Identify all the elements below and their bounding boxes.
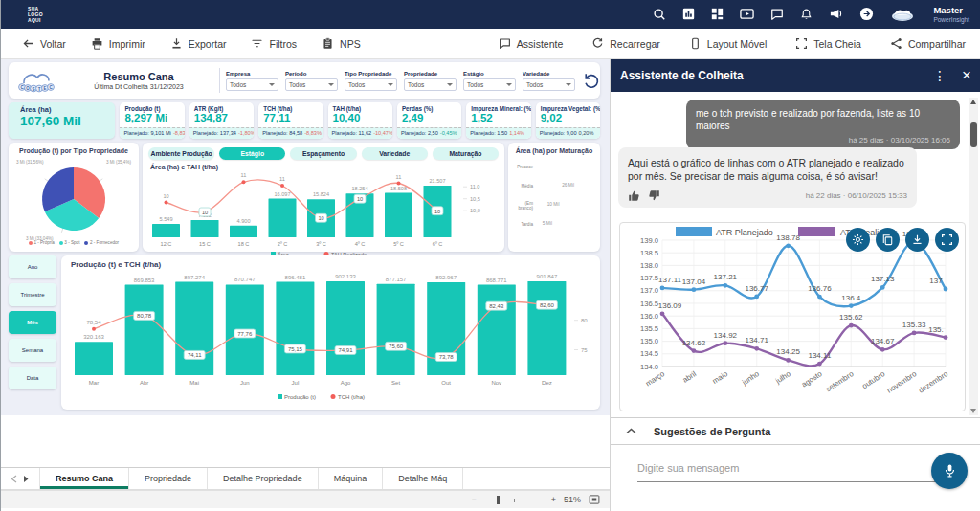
svg-text:138.5: 138.5 — [640, 249, 658, 257]
close-icon[interactable]: × — [962, 66, 971, 85]
zoom-slider-thumb[interactable] — [497, 496, 500, 504]
svg-text:Mai: Mai — [189, 380, 199, 386]
reload-button[interactable]: Recarregar — [591, 37, 660, 50]
svg-text:Jun: Jun — [240, 380, 250, 386]
tab-maturacao[interactable]: Maturação — [433, 147, 499, 160]
tab-maquina[interactable]: Máquina — [319, 468, 384, 489]
filter-propriedade[interactable]: Todos — [404, 78, 457, 91]
filter-empresa[interactable]: Todos — [226, 78, 278, 91]
chevron-up-icon — [626, 428, 636, 434]
svg-text:3º C: 3º C — [316, 241, 326, 247]
expand-icon[interactable] — [935, 228, 959, 252]
maturacao-hbar-chart: Precoce 66 Mil Média 26 Mil (Em branco) … — [508, 154, 600, 232]
message-input[interactable] — [637, 458, 953, 482]
chat-scrollbar[interactable] — [969, 98, 978, 415]
scroll-up-icon[interactable] — [970, 100, 976, 104]
kpi-impureza-vegetal: Impureza Vegetal: (%) 9,02 Planejado: 9,… — [536, 102, 600, 139]
svg-text:134.0: 134.0 — [640, 363, 658, 371]
producao-card: Produção (t) e TCH (t/ha) 8075320.163Mar… — [61, 256, 600, 410]
filter-variedade[interactable]: Todos — [523, 78, 575, 91]
filter-periodo[interactable]: Todos — [285, 78, 338, 91]
tab-estagio[interactable]: Estágio — [219, 147, 285, 160]
tab-variedade[interactable]: Variedade — [362, 147, 428, 160]
tabs-next-icon[interactable] — [23, 475, 30, 483]
period-ano[interactable]: Ano — [9, 256, 56, 278]
user-account[interactable]: Master PowerInsight — [933, 6, 969, 23]
video-icon[interactable] — [740, 7, 754, 21]
svg-text:11: 11 — [279, 176, 285, 182]
svg-text:dezembro: dezembro — [917, 369, 950, 395]
assistant-title: Assistente de Colheita — [620, 69, 744, 82]
mobile-layout-button[interactable]: Layout Móvel — [689, 37, 767, 50]
back-button[interactable]: Voltar — [22, 37, 66, 50]
svg-text:18 C: 18 C — [238, 241, 250, 247]
tab-propriedade[interactable]: Propriedade — [129, 468, 208, 489]
bottom-combo-chart: 8075320.163Mar869.853Abr897.274Mai870.74… — [61, 269, 600, 405]
zoom-in-button[interactable]: + — [551, 495, 556, 504]
svg-text:137.13: 137.13 — [871, 275, 895, 283]
export-button[interactable]: Exportar — [170, 37, 227, 50]
chart-icon[interactable] — [682, 8, 695, 20]
svg-text:135.: 135. — [928, 325, 944, 334]
top-navbar: SUA LOGO AQUI Master PowerInsight — [1, 0, 980, 29]
fullscreen-button[interactable]: Tela Cheia — [795, 37, 861, 50]
megaphone-icon[interactable] — [829, 7, 843, 21]
share-button[interactable]: Compartilhar — [890, 37, 966, 50]
assistant-header: Assistente de Colheita ⋮ × — [611, 59, 980, 92]
company-logo-placeholder: SUA LOGO AQUI — [28, 6, 43, 24]
settings-icon[interactable] — [846, 228, 870, 252]
assistant-button[interactable]: Assistente — [499, 37, 563, 50]
print-button[interactable]: Imprimir — [91, 37, 145, 50]
scrollbar-thumb[interactable] — [970, 122, 977, 147]
svg-text:10,0: 10,0 — [470, 208, 480, 213]
svg-text:320.163: 320.163 — [83, 334, 104, 340]
tab-espacamento[interactable]: Espaçamento — [290, 147, 356, 160]
action-toolbar: Voltar Imprimir Exportar Filtros NPS Ass… — [1, 29, 980, 59]
svg-text:74,11: 74,11 — [188, 352, 202, 358]
period-mes[interactable]: Mês — [9, 311, 56, 334]
mic-button[interactable] — [931, 453, 968, 489]
tab-detalhe-propriedade[interactable]: Detalhe Propriedade — [208, 468, 319, 489]
zoom-out-button[interactable]: − — [471, 495, 476, 504]
nps-button[interactable]: NPS — [322, 37, 361, 50]
filters-button[interactable]: Filtros — [251, 37, 297, 50]
filter-tipo-propriedade[interactable]: Todos — [345, 78, 397, 91]
tab-ambiente-producao[interactable]: Ambiente Produção — [148, 147, 214, 160]
thumbs-down-icon[interactable] — [648, 189, 660, 202]
zoom-slider[interactable] — [484, 496, 544, 504]
svg-text:134.25: 134.25 — [776, 347, 800, 356]
reset-filters-icon[interactable] — [583, 72, 600, 89]
period-semana[interactable]: Semana — [9, 339, 56, 362]
fit-to-page-icon[interactable] — [589, 494, 600, 505]
maturacao-bar-row[interactable]: Média 26 Mil — [510, 179, 596, 193]
mid-combo-chart: 11,010,510,05.54912 C7.11215 C4.90018 C1… — [143, 170, 504, 260]
period-trimestre[interactable]: Trimestre — [9, 283, 56, 306]
pie-chart: 3 Mi (35,4%)3 Mi (31,56%)3 Mi (33,04%) — [9, 154, 139, 242]
svg-text:868.771: 868.771 — [486, 278, 507, 283]
kebab-menu-icon[interactable]: ⋮ — [933, 68, 947, 83]
download-icon[interactable] — [905, 228, 929, 252]
maturacao-bar-row[interactable]: (Em branco) 10 Mil — [510, 198, 596, 212]
maturacao-bar-row[interactable]: Tardia 5 Mil — [510, 217, 596, 232]
chat-icon[interactable] — [770, 8, 784, 21]
suggestions-section[interactable]: Sugestões de Pergunta — [611, 417, 980, 445]
scroll-down-icon[interactable] — [970, 409, 976, 413]
svg-text:10: 10 — [163, 193, 168, 199]
svg-text:870.747: 870.747 — [234, 277, 256, 282]
period-data[interactable]: Data — [9, 367, 56, 389]
apps-grid-icon[interactable] — [711, 8, 724, 20]
bell-icon[interactable] — [800, 8, 813, 21]
tab-detalhe-maq[interactable]: Detalhe Máq — [383, 468, 463, 489]
copy-icon[interactable] — [876, 228, 900, 252]
tabs-prev-icon[interactable] — [11, 475, 17, 483]
svg-text:O: O — [26, 86, 30, 91]
svg-text:136.5: 136.5 — [640, 300, 658, 308]
chevron-down-icon — [388, 83, 393, 86]
filter-estagio[interactable]: Todos — [463, 78, 516, 91]
tab-resumo-cana[interactable]: Resumo Cana — [39, 468, 129, 489]
thumbs-up-icon[interactable] — [628, 189, 640, 202]
help-icon[interactable] — [859, 7, 874, 21]
search-icon[interactable] — [653, 8, 666, 21]
maturacao-bar-row[interactable]: Precoce 66 Mil — [510, 160, 596, 174]
svg-text:135.62: 135.62 — [839, 313, 863, 322]
